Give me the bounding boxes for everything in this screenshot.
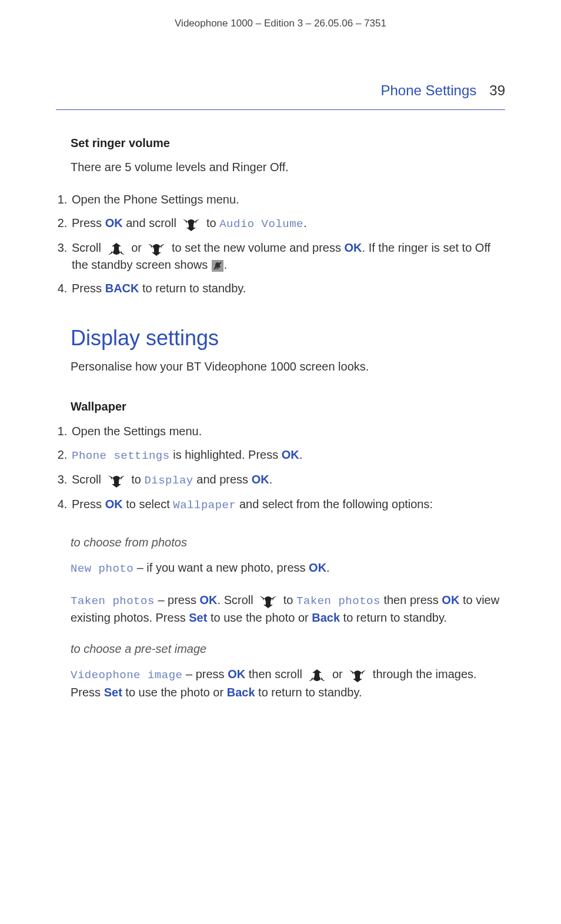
option-description: Videophone image – press OK then scroll … bbox=[71, 666, 505, 701]
step: Press OK to select Wallpaper and select … bbox=[71, 496, 505, 513]
nav-down-icon bbox=[146, 240, 167, 256]
key-label: OK bbox=[309, 561, 326, 574]
step: Press OK and scroll to Audio Volume. bbox=[71, 215, 505, 232]
menu-item-label: Taken photos bbox=[71, 595, 155, 608]
nav-up-icon bbox=[306, 667, 328, 684]
key-label: OK bbox=[442, 593, 459, 606]
key-label: BACK bbox=[105, 282, 139, 295]
subheading-ringer: Set ringer volume bbox=[71, 136, 505, 150]
page-number: 39 bbox=[489, 82, 505, 99]
steps-ringer: Open the Phone Settings menu.Press OK an… bbox=[47, 191, 505, 296]
option-description: Taken photos – press OK. Scroll to Taken… bbox=[71, 592, 505, 627]
option-group-label: to choose from photos bbox=[71, 534, 505, 551]
menu-item-label: Phone settings bbox=[72, 449, 170, 462]
key-label: Set bbox=[104, 686, 122, 699]
key-label: OK bbox=[105, 216, 123, 229]
nav-down-icon bbox=[181, 216, 202, 232]
nav-down-icon bbox=[106, 472, 127, 489]
menu-item-label: New photo bbox=[71, 562, 133, 575]
section-title: Phone Settings bbox=[381, 82, 477, 99]
key-label: OK bbox=[228, 668, 245, 681]
nav-down-icon bbox=[347, 667, 368, 684]
menu-item-label: Wallpaper bbox=[173, 499, 236, 512]
step: Scroll or to set the new volume and pres… bbox=[71, 239, 505, 273]
key-label: OK bbox=[252, 473, 269, 486]
step: Phone settings is highlighted. Press OK. bbox=[71, 446, 505, 464]
key-label: Back bbox=[312, 611, 340, 624]
step: Press BACK to return to standby. bbox=[71, 280, 505, 296]
intro-ringer: There are 5 volume levels and Ringer Off… bbox=[71, 159, 505, 175]
document-header: Videophone 1000 – Edition 3 – 26.05.06 –… bbox=[0, 18, 561, 29]
key-label: Set bbox=[189, 611, 207, 624]
heading-display-settings: Display settings bbox=[71, 326, 505, 351]
key-label: OK bbox=[200, 593, 218, 606]
step: Scroll to Display and press OK. bbox=[71, 471, 505, 489]
nav-up-icon bbox=[106, 240, 127, 256]
menu-item-label: Videophone image bbox=[71, 669, 182, 682]
key-label: OK bbox=[282, 448, 299, 461]
key-label: OK bbox=[345, 241, 362, 254]
menu-item-label: Audio Volume bbox=[219, 218, 303, 231]
menu-item-label: Display bbox=[144, 474, 193, 487]
subheading-wallpaper: Wallpaper bbox=[71, 400, 505, 413]
section-header: Phone Settings 39 bbox=[56, 82, 505, 110]
steps-wallpaper: Open the Settings menu.Phone settings is… bbox=[47, 423, 505, 513]
option-group-label: to choose a pre-set image bbox=[71, 641, 505, 658]
step: Open the Settings menu. bbox=[71, 423, 505, 439]
key-label: OK bbox=[105, 498, 123, 511]
step: Open the Phone Settings menu. bbox=[71, 191, 505, 208]
page: Videophone 1000 – Edition 3 – 26.05.06 –… bbox=[0, 0, 561, 774]
wallpaper-options: to choose from photosNew photo – if you … bbox=[71, 534, 505, 701]
ringer-off-icon bbox=[212, 260, 223, 272]
option-description: New photo – if you want a new photo, pre… bbox=[71, 559, 505, 578]
nav-down-icon bbox=[258, 592, 279, 609]
content: Set ringer volume There are 5 volume lev… bbox=[47, 136, 505, 701]
menu-item-label: Taken photos bbox=[296, 595, 380, 608]
intro-display: Personalise how your BT Videophone 1000 … bbox=[71, 359, 505, 374]
key-label: Back bbox=[227, 686, 255, 699]
